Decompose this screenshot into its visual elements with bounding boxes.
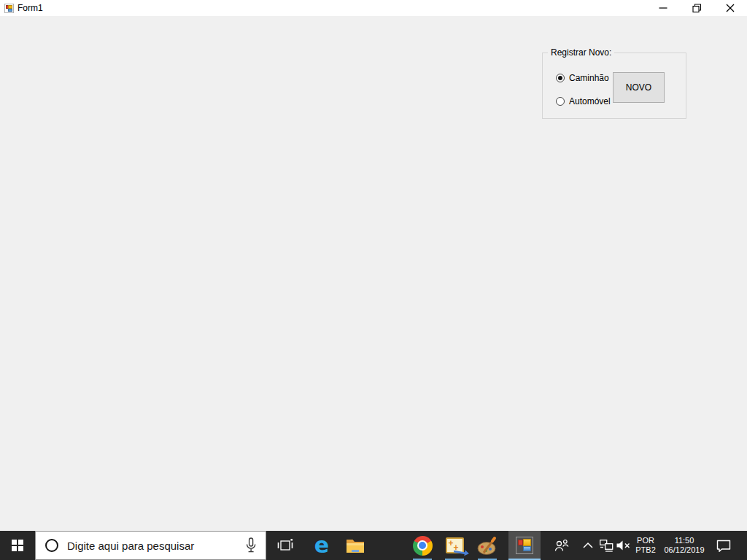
language-code: POR [637, 536, 654, 545]
volume-button[interactable] [614, 531, 633, 560]
action-center-button[interactable] [709, 531, 738, 560]
cortana-circle-icon [45, 539, 58, 552]
action-center-icon [715, 537, 732, 553]
close-icon [726, 4, 735, 12]
start-button[interactable] [0, 531, 35, 560]
radio-automovel-label: Automóvel [569, 96, 611, 106]
groupbox-title: Registrar Novo: [548, 47, 614, 58]
window-titlebar: Form1 [0, 0, 747, 16]
volume-muted-icon [615, 537, 632, 553]
task-view-button[interactable] [269, 531, 301, 560]
radio-unselected[interactable] [556, 97, 565, 106]
novo-button[interactable]: NOVO [613, 72, 665, 103]
search-placeholder-text: Digite aqui para pesquisar [67, 540, 244, 552]
form-client-area: Registrar Novo: Caminhão Automóvel NOVO [0, 16, 747, 531]
radio-caminhao[interactable]: Caminhão [556, 73, 609, 83]
show-hidden-icons-button[interactable] [578, 531, 598, 560]
restore-icon [692, 4, 702, 13]
clock-time: 11:50 [675, 536, 694, 545]
taskbar-app-forms-designer[interactable]: + + [438, 531, 471, 560]
network-icon [597, 537, 615, 553]
minimize-icon [659, 4, 667, 12]
window-title: Form1 [18, 3, 43, 13]
taskbar-app-chrome[interactable] [406, 531, 438, 560]
taskbar-app-form1-active[interactable] [508, 531, 541, 560]
task-view-icon [276, 537, 294, 554]
radio-caminhao-label: Caminhão [569, 73, 609, 83]
forms-designer-icon: + + [446, 537, 464, 553]
minimize-button[interactable] [646, 0, 680, 16]
taskbar-app-paint[interactable] [471, 531, 503, 560]
taskbar-app-edge[interactable]: e [306, 531, 338, 560]
clock-date: 06/12/2019 [664, 545, 704, 555]
registrar-novo-groupbox: Registrar Novo: Caminhão Automóvel NOVO [542, 52, 686, 119]
network-status-button[interactable] [597, 531, 616, 560]
paint-icon [477, 536, 498, 556]
file-explorer-icon [346, 538, 365, 553]
taskbar: Digite aqui para pesquisar e [0, 531, 747, 560]
keyboard-layout: PTB2 [635, 545, 656, 555]
people-button[interactable] [549, 531, 575, 560]
winforms-app-icon [516, 537, 533, 554]
microphone-icon[interactable] [244, 537, 258, 554]
restore-button[interactable] [680, 0, 713, 16]
windows-logo-icon [12, 540, 23, 551]
window-controls [646, 0, 747, 16]
taskbar-app-file-explorer[interactable] [339, 531, 371, 560]
people-icon [553, 537, 570, 553]
language-indicator[interactable]: POR PTB2 [632, 531, 659, 560]
taskbar-search[interactable]: Digite aqui para pesquisar [35, 531, 266, 560]
close-button[interactable] [713, 0, 747, 16]
radio-selected[interactable] [556, 74, 565, 82]
edge-icon: e [314, 534, 329, 556]
radio-dot [558, 76, 562, 80]
radio-automovel[interactable]: Automóvel [556, 96, 611, 106]
chrome-icon [413, 536, 433, 556]
chevron-up-icon [580, 537, 596, 553]
winforms-app-icon [4, 4, 14, 13]
clock[interactable]: 11:50 06/12/2019 [659, 531, 709, 560]
